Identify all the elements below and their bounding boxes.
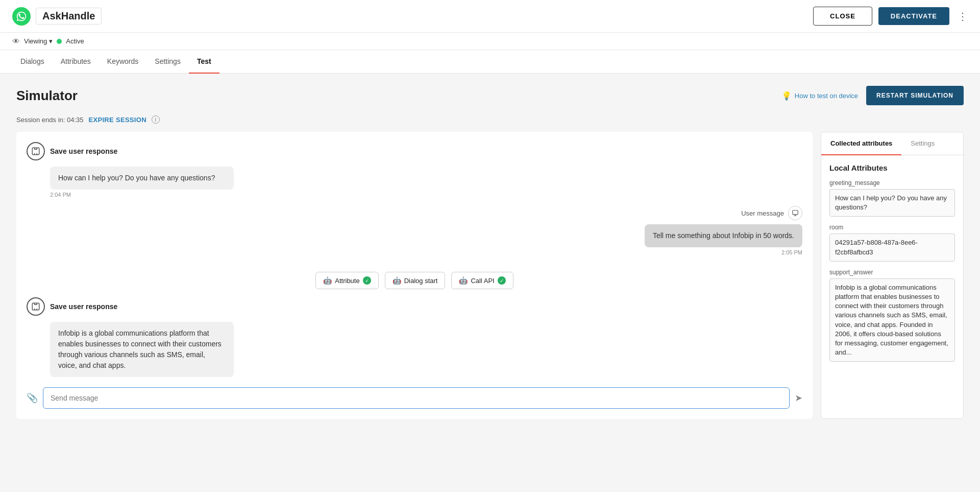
tab-collected-attributes[interactable]: Collected attributes (821, 132, 901, 155)
save-user-response-1: Save user response (27, 142, 802, 160)
attr-value-room: 04291a57-b808-487a-8ee6-f2cbf8afbcd3 (829, 233, 955, 261)
status-bar: 👁 Viewing ▾ Active (0, 33, 980, 50)
tab-dialogs[interactable]: Dialogs (12, 50, 53, 74)
panel-tabs: Collected attributes Settings (821, 132, 963, 155)
chat-main: Save user response How can I help you? D… (16, 132, 813, 419)
header-actions: CLOSE DEACTIVATE ⋮ (813, 7, 968, 26)
attr-item-support-answer: support_answer Infobip is a global commu… (829, 269, 955, 362)
chevron-down-icon: ▾ (49, 37, 53, 45)
viewing-dropdown[interactable]: Viewing ▾ (24, 37, 53, 45)
user-message-icon (788, 206, 802, 220)
send-button[interactable]: ➤ (795, 392, 802, 404)
message-input[interactable] (43, 387, 790, 409)
pipeline-steps: 🤖 Attribute ✓ 🤖 Dialog start 🤖 Call API … (27, 272, 802, 289)
info-icon: i (152, 115, 160, 124)
attr-name-greeting: greeting_message (829, 179, 955, 186)
simulator-title: Simulator (16, 88, 78, 104)
session-info: Session ends in: 04:35 EXPIRE SESSION i (16, 115, 964, 124)
app-title: AskHandle (36, 8, 102, 25)
dialog-step-icon: 🤖 (393, 276, 401, 285)
attr-item-greeting: greeting_message How can I help you? Do … (829, 179, 955, 217)
bot-message-1: How can I help you? Do you have any ques… (50, 167, 234, 190)
api-step-icon: 🤖 (459, 276, 468, 285)
attr-name-room: room (829, 224, 955, 231)
user-message-row: User message (27, 206, 802, 220)
chat-input-area: 📎 ➤ (27, 379, 802, 409)
simulator-header: Simulator 💡 How to test on device RESTAR… (16, 86, 964, 105)
restart-simulation-button[interactable]: RESTART SIMULATION (866, 86, 964, 105)
close-button[interactable]: CLOSE (813, 7, 872, 26)
svg-rect-0 (32, 148, 39, 155)
nav-tabs: Dialogs Attributes Keywords Settings Tes… (0, 50, 980, 74)
main-content: Simulator 💡 How to test on device RESTAR… (0, 74, 980, 492)
api-check-icon: ✓ (498, 276, 506, 285)
header-logo: AskHandle (12, 7, 102, 26)
expire-session-link[interactable]: EXPIRE SESSION (89, 116, 146, 124)
active-status-label: Active (66, 37, 84, 45)
user-message-label: User message (741, 209, 784, 217)
save-response-label-2: Save user response (50, 302, 117, 311)
eye-icon: 👁 (12, 37, 20, 45)
user-time-1: 2:05 PM (27, 249, 802, 255)
whatsapp-logo-icon (12, 7, 31, 26)
bot-message-2: Infobip is a global communications platf… (50, 322, 234, 377)
save-response-label-1: Save user response (50, 147, 117, 155)
tab-keywords[interactable]: Keywords (99, 50, 146, 74)
user-message-1: Tell me something about Infobip in 50 wo… (645, 224, 802, 247)
svg-rect-1 (793, 210, 798, 215)
how-to-device-link[interactable]: 💡 How to test on device (781, 91, 858, 101)
local-attributes-title: Local Attributes (829, 163, 955, 172)
svg-rect-2 (32, 303, 39, 310)
dialog-step-label: Dialog start (404, 277, 438, 285)
simulator-actions: 💡 How to test on device RESTART SIMULATI… (781, 86, 964, 105)
more-options-icon[interactable]: ⋮ (958, 10, 968, 22)
attach-icon[interactable]: 📎 (27, 392, 38, 404)
attr-value-support-answer: Infobip is a global communications platf… (829, 278, 955, 362)
attributes-panel: Collected attributes Settings Local Attr… (821, 132, 964, 419)
tab-test[interactable]: Test (189, 50, 219, 74)
bot-time-1: 2:04 PM (50, 192, 802, 198)
pipeline-step-api[interactable]: 🤖 Call API ✓ (451, 272, 513, 289)
active-status-dot (57, 39, 62, 44)
attribute-step-icon: 🤖 (323, 276, 332, 285)
lightbulb-icon: 💡 (781, 91, 792, 101)
attribute-check-icon: ✓ (363, 276, 371, 285)
header: AskHandle CLOSE DEACTIVATE ⋮ (0, 0, 980, 33)
attr-value-greeting: How can I help you? Do you have any ques… (829, 189, 955, 217)
attr-item-room: room 04291a57-b808-487a-8ee6-f2cbf8afbcd… (829, 224, 955, 261)
api-step-label: Call API (471, 277, 494, 285)
deactivate-button[interactable]: DEACTIVATE (878, 7, 949, 25)
pipeline-step-attribute[interactable]: 🤖 Attribute ✓ (315, 272, 378, 289)
tab-panel-settings[interactable]: Settings (901, 132, 944, 155)
save-user-response-2: Save user response (27, 297, 802, 316)
attribute-step-label: Attribute (335, 277, 359, 285)
pipeline-step-dialog[interactable]: 🤖 Dialog start (385, 272, 446, 289)
tab-settings[interactable]: Settings (146, 50, 189, 74)
session-timer: Session ends in: 04:35 (16, 116, 84, 124)
tab-attributes[interactable]: Attributes (53, 50, 99, 74)
panel-body: Local Attributes greeting_message How ca… (821, 155, 963, 377)
attr-name-support-answer: support_answer (829, 269, 955, 276)
save-response-icon-1 (27, 142, 45, 160)
chat-container: Save user response How can I help you? D… (16, 132, 964, 419)
save-response-icon-2 (27, 297, 45, 316)
